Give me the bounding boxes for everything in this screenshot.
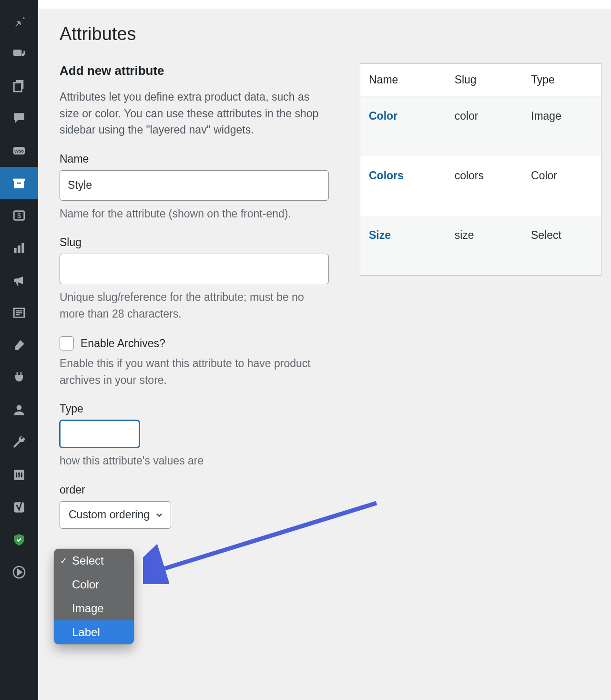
svg-rect-7 [14, 181, 24, 188]
type-select[interactable] [60, 420, 140, 448]
type-option-label: Color [72, 578, 99, 591]
sidebar-item-forms[interactable] [0, 297, 38, 329]
sidebar-item-users[interactable] [0, 394, 38, 426]
attr-type: Select [522, 216, 601, 276]
name-input[interactable] [60, 170, 329, 201]
slug-input[interactable] [60, 254, 329, 284]
chevron-down-icon [154, 510, 164, 520]
attr-link[interactable]: Colors [369, 169, 404, 182]
shield-icon [11, 532, 27, 547]
svg-point-17 [16, 475, 18, 477]
woo-icon: Woo [11, 143, 27, 158]
sort-order-label: order [60, 484, 331, 496]
archives-help: Enable this if you want this attribute t… [60, 355, 331, 388]
type-option-label-text: Label [72, 626, 100, 639]
type-option-label: Image [72, 602, 104, 615]
svg-rect-8 [17, 183, 21, 184]
enable-archives-checkbox[interactable] [60, 336, 74, 350]
slug-help: Unique slug/reference for the attribute;… [60, 289, 331, 322]
type-option-select[interactable]: ✓ Select [54, 549, 134, 573]
field-slug: Slug Unique slug/reference for the attri… [60, 236, 331, 322]
sidebar-item-plugins[interactable] [0, 361, 38, 394]
add-attribute-form: Add new attribute Attributes let you def… [60, 63, 331, 543]
pages-icon [11, 78, 27, 93]
type-option-label[interactable]: Label [54, 620, 134, 644]
sort-order-select[interactable]: Custom ordering [60, 501, 171, 529]
th-type[interactable]: Type [522, 64, 601, 96]
form-intro: Attributes let you define extra product … [60, 89, 331, 138]
page-title: Attributes [60, 24, 601, 44]
svg-rect-0 [13, 50, 21, 56]
attr-slug: size [446, 216, 522, 276]
sliders-icon [11, 467, 27, 483]
sidebar-item-collapse[interactable] [0, 556, 38, 588]
attr-slug: colors [446, 156, 522, 216]
archives-label: Enable Archives? [81, 337, 165, 350]
type-help-partial: how this attribute's values are [60, 453, 331, 469]
form-icon [11, 305, 27, 320]
bars-icon [11, 240, 27, 256]
type-option-label: Select [72, 554, 104, 567]
sidebar-item-products[interactable] [0, 167, 38, 199]
table-row: Size size Select [360, 216, 601, 276]
sidebar-item-analytics[interactable] [0, 232, 38, 264]
sidebar-item-tools[interactable] [0, 426, 38, 459]
user-icon [11, 402, 27, 418]
sidebar-item-woocommerce[interactable]: Woo [0, 134, 38, 167]
sidebar-item-seo[interactable] [0, 491, 38, 524]
play-circle-icon [11, 565, 27, 580]
sidebar-item-settings[interactable] [0, 459, 38, 491]
th-name[interactable]: Name [360, 64, 446, 96]
slug-label: Slug [60, 236, 331, 249]
table-row: Color color Image [360, 96, 601, 156]
camera-music-icon [11, 46, 27, 61]
field-sort-order: order Custom ordering [60, 484, 331, 529]
sidebar-item-appearance[interactable] [0, 329, 38, 361]
field-type: Type how this attribute's values are [60, 402, 331, 469]
table-row: Colors colors Color [360, 156, 601, 216]
svg-rect-13 [21, 243, 24, 253]
attr-link[interactable]: Size [369, 229, 391, 241]
plug-icon [11, 370, 27, 385]
name-label: Name [60, 153, 331, 165]
archive-icon [11, 175, 27, 191]
svg-point-18 [18, 473, 20, 474]
type-dropdown-popup: ✓ Select Color Image Label [54, 549, 134, 644]
yoast-icon [11, 500, 27, 515]
sidebar-item-media[interactable] [0, 37, 38, 70]
admin-sidebar: Woo $ [0, 0, 38, 700]
attributes-table: Name Slug Type Color color Image Colors … [360, 63, 601, 276]
svg-rect-3 [14, 82, 21, 92]
top-white-strip [38, 0, 611, 9]
svg-rect-6 [13, 179, 25, 181]
name-help: Name for the attribute (shown on the fro… [60, 206, 331, 222]
sidebar-item-security[interactable] [0, 524, 38, 556]
field-name: Name Name for the attribute (shown on th… [60, 153, 331, 222]
type-label: Type [60, 402, 331, 415]
sidebar-item-pin[interactable] [0, 5, 38, 37]
svg-text:$: $ [17, 212, 21, 219]
svg-rect-11 [14, 248, 16, 253]
svg-point-19 [20, 474, 22, 476]
type-option-color[interactable]: Color [54, 573, 134, 597]
sidebar-item-payments[interactable]: $ [0, 199, 38, 232]
wrench-icon [11, 435, 27, 450]
pin-icon [11, 13, 27, 29]
attr-type: Image [522, 96, 601, 156]
attributes-table-wrap: Name Slug Type Color color Image Colors … [360, 63, 601, 276]
brush-icon [11, 338, 27, 353]
svg-text:Woo: Woo [14, 149, 24, 154]
sidebar-item-pages[interactable] [0, 70, 38, 102]
comment-icon [11, 111, 27, 126]
attr-slug: color [446, 96, 522, 156]
megaphone-icon [11, 273, 27, 288]
type-option-image[interactable]: Image [54, 597, 134, 620]
attr-link[interactable]: Color [369, 110, 397, 122]
svg-point-15 [17, 405, 22, 410]
th-slug[interactable]: Slug [446, 64, 522, 96]
sidebar-item-comments[interactable] [0, 102, 38, 134]
form-heading: Add new attribute [60, 63, 331, 78]
sidebar-item-marketing[interactable] [0, 264, 38, 297]
svg-rect-12 [18, 246, 20, 253]
dollar-box-icon: $ [11, 208, 27, 223]
